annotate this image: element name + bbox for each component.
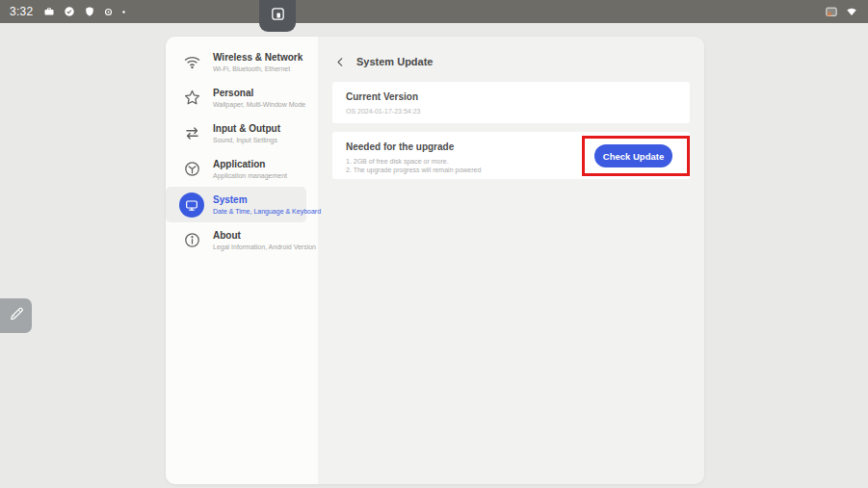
wifi-icon [179,50,204,75]
current-version-title: Current Version [346,91,676,103]
cast-icon [825,6,838,18]
info-icon [179,228,204,253]
sidebar-item-personal[interactable]: Personal Wallpaper, Multi-Window Mode [166,80,306,116]
sidebar-item-sublabel: Legal Information, Android Version [213,243,316,251]
annotation-edit-button[interactable] [0,298,32,333]
sidebar-item-input-output[interactable]: Input & Output Sound, Input Settings [166,116,306,151]
display-icon [179,193,204,218]
check-circle-icon [64,6,75,17]
sidebar-item-wireless-network[interactable]: Wireless & Network Wi-Fi, Bluetooth, Eth… [166,44,306,80]
dot-icon [121,10,126,14]
check-update-button[interactable]: Check Update [594,144,672,167]
floating-toolbar-handle[interactable] [259,0,296,32]
sidebar-item-about[interactable]: About Legal Information, Android Version [166,222,306,258]
sidebar-item-label: About [213,230,316,242]
page-title: System Update [356,56,433,67]
sidebar-item-sublabel: Sound, Input Settings [213,136,280,144]
package-icon [179,157,204,182]
current-version-value: OS 2024-01-17-23:54:23 [346,107,676,116]
sidebar-item-system[interactable]: System Date & Time, Language & Keyboard [166,187,306,222]
panel-header: System Update [332,50,690,73]
floating-window-icon [270,6,286,26]
back-button[interactable] [332,54,348,69]
pencil-icon [8,305,25,326]
upgrade-card: Needed for the upgrade 1. 2GB of free di… [332,132,690,179]
current-version-card: Current Version OS 2024-01-17-23:54:23 [332,82,690,123]
sidebar-item-sublabel: Date & Time, Language & Keyboard [213,207,321,216]
sidebar-item-label: Wireless & Network [213,52,302,64]
sidebar-item-label: Application [213,159,287,170]
briefcase-icon [43,6,55,17]
shield-icon [84,6,95,17]
sidebar-item-label: System [213,194,321,206]
clock: 3:32 [10,5,34,18]
status-right-icons [825,6,858,18]
sidebar-item-sublabel: Application management [213,171,287,180]
record-circle-icon [104,8,113,16]
wifi-icon [845,6,858,17]
status-left-icons [43,6,126,17]
settings-sidebar: Wireless & Network Wi-Fi, Bluetooth, Eth… [166,37,318,484]
status-bar: 3:32 [0,0,868,23]
sidebar-item-label: Input & Output [213,123,280,135]
sidebar-item-label: Personal [213,88,305,99]
sidebar-item-application[interactable]: Application Application management [166,151,306,187]
settings-window: Wireless & Network Wi-Fi, Bluetooth, Eth… [166,37,704,484]
swap-arrows-icon [179,121,204,146]
star-icon [179,86,204,111]
sidebar-item-sublabel: Wi-Fi, Bluetooth, Ethernet [213,64,302,73]
sidebar-item-sublabel: Wallpaper, Multi-Window Mode [213,100,305,109]
system-update-panel: System Update Current Version OS 2024-01… [318,37,704,484]
